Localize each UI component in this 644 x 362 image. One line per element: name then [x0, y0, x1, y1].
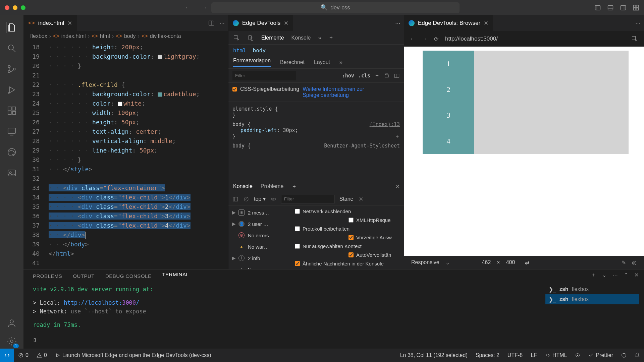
- more-tabs-icon[interactable]: »: [339, 59, 342, 65]
- explorer-icon[interactable]: [6, 22, 17, 33]
- more-actions-icon[interactable]: ⋯: [395, 20, 400, 26]
- status-prettier[interactable]: Prettier: [584, 352, 617, 358]
- remote-indicator[interactable]: [0, 349, 14, 362]
- flex-overlay-icon[interactable]: [394, 73, 400, 79]
- decl-val[interactable]: 30px;: [283, 127, 298, 133]
- drawer-tab-problems[interactable]: Probleme: [261, 183, 283, 189]
- dom-bc-body[interactable]: body: [253, 47, 266, 54]
- code-editor[interactable]: 1819202122232425262728293031323334353637…: [23, 41, 228, 269]
- status-encoding[interactable]: UTF-8: [503, 352, 527, 358]
- account-icon[interactable]: [6, 317, 17, 329]
- breadcrumb-file[interactable]: index.html: [61, 33, 86, 39]
- photo-icon[interactable]: [6, 167, 17, 179]
- layout-panel-icon[interactable]: [607, 4, 614, 11]
- new-style-rule-icon[interactable]: ＋: [374, 72, 380, 79]
- css-mirror-link[interactable]: Weitere Informationen zur Spiegelbearbei…: [303, 86, 373, 98]
- new-terminal-icon[interactable]: ＋: [591, 272, 596, 279]
- styles-rules[interactable]: element.style { } (Index):13 body { padd…: [228, 102, 404, 180]
- styles-filter-input[interactable]: [232, 71, 296, 80]
- dom-breadcrumb[interactable]: html body: [228, 45, 404, 56]
- close-drawer-icon[interactable]: ✕: [395, 183, 400, 190]
- tab-edge-browser[interactable]: Edge DevTools: Browser ✕: [404, 15, 493, 31]
- preview-back-icon[interactable]: ←: [410, 36, 415, 42]
- clear-console-icon[interactable]: [243, 196, 249, 202]
- split-editor-icon[interactable]: [208, 20, 215, 26]
- panel-tab-output[interactable]: OUTPUT: [73, 273, 95, 279]
- breadcrumb-node[interactable]: div.flex-conta: [150, 33, 181, 39]
- emulate-sensors-icon[interactable]: ◎: [632, 259, 637, 266]
- tab-edge-devtools[interactable]: Edge DevTools ✕: [228, 15, 293, 31]
- console-settings-icon[interactable]: [358, 196, 364, 202]
- swap-dimensions-icon[interactable]: ⇄: [525, 259, 529, 266]
- chevron-down-icon[interactable]: ⌄: [445, 259, 450, 266]
- code-content[interactable]: · · · · · · height: 200px;· · · · · · ba…: [49, 43, 200, 268]
- hov-toggle[interactable]: :hov: [342, 73, 354, 79]
- status-eol[interactable]: LF: [527, 352, 541, 358]
- console-filter-input[interactable]: [281, 195, 335, 203]
- more-actions-icon[interactable]: ⋯: [635, 20, 641, 26]
- viewport-height[interactable]: 400: [506, 259, 515, 265]
- close-window-icon[interactable]: [5, 5, 9, 10]
- add-tab-icon[interactable]: ＋: [328, 34, 334, 41]
- decl-prop[interactable]: padding-left: [240, 127, 277, 133]
- terminal-list[interactable]: ❯_zshflexbox❯_zshflexbox: [545, 284, 639, 304]
- panel-more-icon[interactable]: ⋯: [612, 272, 618, 278]
- add-drawer-tab-icon[interactable]: ＋: [291, 183, 297, 190]
- preview-url[interactable]: http://localhost:3000/: [445, 36, 498, 42]
- more-tabs-icon[interactable]: »: [318, 35, 321, 41]
- breadcrumb[interactable]: flexbox› <>index.html› <>html› <>body› <…: [23, 31, 228, 41]
- status-indent[interactable]: Spaces: 2: [472, 352, 503, 358]
- customize-layout-icon[interactable]: [633, 4, 639, 11]
- terminal-url[interactable]: http://localhost:: [64, 299, 122, 306]
- styles-tab-format[interactable]: Formatvorlagen: [233, 58, 271, 67]
- status-notifications[interactable]: [631, 352, 644, 358]
- execution-context[interactable]: top ▾: [254, 196, 266, 202]
- terminal-dropdown-icon[interactable]: ⌄: [602, 272, 606, 278]
- nav-forward-icon[interactable]: →: [201, 4, 208, 11]
- nav-back-icon[interactable]: ←: [184, 4, 191, 11]
- status-language[interactable]: HTML: [541, 352, 571, 358]
- terminal-url[interactable]: /: [136, 299, 139, 306]
- terminal-output[interactable]: vite v2.9.16 dev server running at: > Lo…: [33, 285, 530, 344]
- status-port[interactable]: [571, 352, 584, 358]
- command-center[interactable]: 🔍 dev-css: [211, 2, 460, 13]
- devtools-tab-elements[interactable]: Elemente: [261, 35, 284, 41]
- print-media-icon[interactable]: [384, 73, 390, 79]
- tab-index-html[interactable]: <> index.html ✕: [23, 15, 77, 31]
- rule-element-style[interactable]: element.style {: [232, 106, 400, 112]
- cls-toggle[interactable]: .cls: [358, 73, 370, 79]
- settings-gear-icon[interactable]: 1: [6, 336, 17, 347]
- terminal-url[interactable]: 3000: [122, 299, 136, 306]
- search-view-icon[interactable]: [6, 43, 17, 54]
- status-warnings[interactable]: 0: [33, 352, 51, 358]
- device-label[interactable]: Responsive: [411, 259, 439, 265]
- add-declaration-icon[interactable]: ＋: [395, 133, 400, 140]
- close-tab-icon[interactable]: ✕: [484, 20, 488, 27]
- panel-tab-problems[interactable]: PROBLEMS: [33, 273, 62, 279]
- drawer-tab-console[interactable]: Konsole: [233, 183, 253, 189]
- preview-forward-icon[interactable]: →: [422, 36, 427, 42]
- styles-tab-layout[interactable]: Layout: [314, 59, 330, 65]
- close-tab-icon[interactable]: ✕: [284, 20, 288, 27]
- preview-inspect-icon[interactable]: [631, 36, 638, 42]
- viewport-width[interactable]: 462: [482, 259, 491, 265]
- edge-icon[interactable]: [6, 146, 17, 158]
- panel-tab-terminal[interactable]: TERMINAL: [162, 272, 189, 280]
- device-toggle-icon[interactable]: [247, 35, 254, 41]
- responsive-device-bar[interactable]: Responsive ⌄ 462 × 400 ⇄ ✎ ◎: [404, 256, 644, 269]
- console-sidebar-icon[interactable]: [232, 196, 238, 202]
- console-settings-list[interactable]: Netzwerk ausblendenXMLHttpRequeProtokoll…: [292, 205, 404, 269]
- browser-preview[interactable]: 1234: [404, 47, 644, 256]
- devtools-tab-console[interactable]: Konsole: [291, 35, 311, 41]
- minimize-window-icon[interactable]: [13, 5, 17, 10]
- close-tab-icon[interactable]: ✕: [67, 20, 72, 27]
- preview-reload-icon[interactable]: ⟳: [434, 36, 438, 42]
- rule-source-link[interactable]: (Index):13: [370, 121, 400, 127]
- more-actions-icon[interactable]: ⋯: [219, 20, 225, 26]
- source-control-icon[interactable]: [6, 63, 17, 75]
- breadcrumb-node[interactable]: body: [124, 33, 136, 39]
- layout-secondary-side-icon[interactable]: [620, 4, 627, 11]
- status-cursor[interactable]: Ln 38, Col 11 (192 selected): [396, 352, 472, 358]
- panel-tab-debug[interactable]: DEBUG CONSOLE: [105, 273, 151, 279]
- zoom-window-icon[interactable]: [21, 5, 25, 10]
